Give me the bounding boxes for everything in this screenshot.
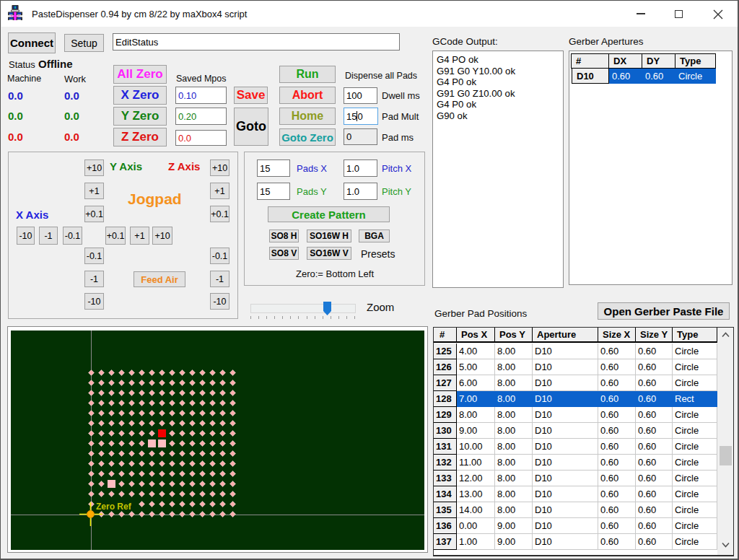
svg-text:Zero Ref: Zero Ref — [96, 502, 132, 512]
